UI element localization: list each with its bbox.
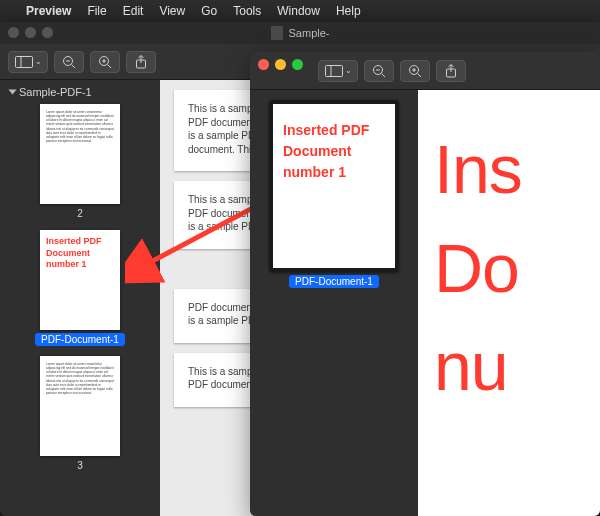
document-body-text: Ins Do nu [434, 120, 522, 416]
zoom-button[interactable] [42, 27, 53, 38]
zoom-in-button[interactable] [400, 60, 430, 82]
zoom-out-button[interactable] [54, 51, 84, 73]
inserted-page-thumbnail[interactable]: Inserted PDF Document number 1 [40, 230, 120, 330]
sidebar-title-label: Sample-PDF-1 [19, 86, 92, 98]
svg-line-18 [418, 73, 422, 77]
inserted-page-text: Inserted PDF Document number 1 [283, 120, 385, 183]
page-label-selected: PDF-Document-1 [35, 333, 125, 346]
zoom-out-button[interactable] [364, 60, 394, 82]
thumbnail-sidebar[interactable]: Sample-PDF-1 Lorem ipsum dolor sit amet … [0, 80, 160, 516]
minimize-button[interactable] [25, 27, 36, 38]
share-button[interactable] [126, 51, 156, 73]
svg-line-15 [382, 73, 386, 77]
zoom-in-button[interactable] [90, 51, 120, 73]
close-button[interactable] [8, 27, 19, 38]
menu-view[interactable]: View [159, 4, 185, 18]
sidebar-document-title[interactable]: Sample-PDF-1 [6, 84, 154, 104]
svg-rect-0 [15, 56, 32, 67]
minimize-button[interactable] [275, 59, 286, 70]
close-button[interactable] [258, 59, 269, 70]
page-number: 3 [71, 459, 89, 472]
titlebar[interactable]: Sample- [0, 22, 600, 44]
sidebar-view-button[interactable]: ⌄ [8, 51, 48, 73]
page-label-selected: PDF-Document-1 [289, 275, 379, 288]
menubar: Preview File Edit View Go Tools Window H… [0, 0, 600, 22]
toolbar[interactable]: ⌄ [250, 52, 600, 90]
menu-file[interactable]: File [87, 4, 106, 18]
thumbnail-sidebar[interactable]: Inserted PDF Document number 1 PDF-Docum… [250, 90, 418, 516]
foreground-preview-window: ⌄ Inserted PDF Document number 1 PDF-Doc… [250, 52, 600, 516]
share-button[interactable] [436, 60, 466, 82]
disclosure-triangle-icon[interactable] [9, 90, 17, 95]
menu-go[interactable]: Go [201, 4, 217, 18]
menu-window[interactable]: Window [277, 4, 320, 18]
document-icon [271, 26, 283, 40]
page-thumbnail[interactable]: Lorem ipsum dolor sit amet consectetur a… [40, 104, 120, 204]
window-title: Sample- [289, 27, 330, 39]
menu-help[interactable]: Help [336, 4, 361, 18]
menu-edit[interactable]: Edit [123, 4, 144, 18]
zoom-button[interactable] [292, 59, 303, 70]
svg-rect-12 [325, 65, 342, 76]
page-number: 2 [71, 207, 89, 220]
sidebar-view-button[interactable]: ⌄ [318, 60, 358, 82]
app-name[interactable]: Preview [26, 4, 71, 18]
svg-line-3 [72, 64, 76, 68]
page-thumbnail[interactable]: Lorem ipsum dolor sit amet consectetur a… [40, 356, 120, 456]
menu-tools[interactable]: Tools [233, 4, 261, 18]
svg-line-6 [108, 64, 112, 68]
page-thumbnail-selected[interactable]: Inserted PDF Document number 1 [269, 100, 399, 272]
inserted-page-text: Inserted PDF Document number 1 [46, 236, 114, 271]
document-viewport[interactable]: Ins Do nu [418, 90, 600, 516]
